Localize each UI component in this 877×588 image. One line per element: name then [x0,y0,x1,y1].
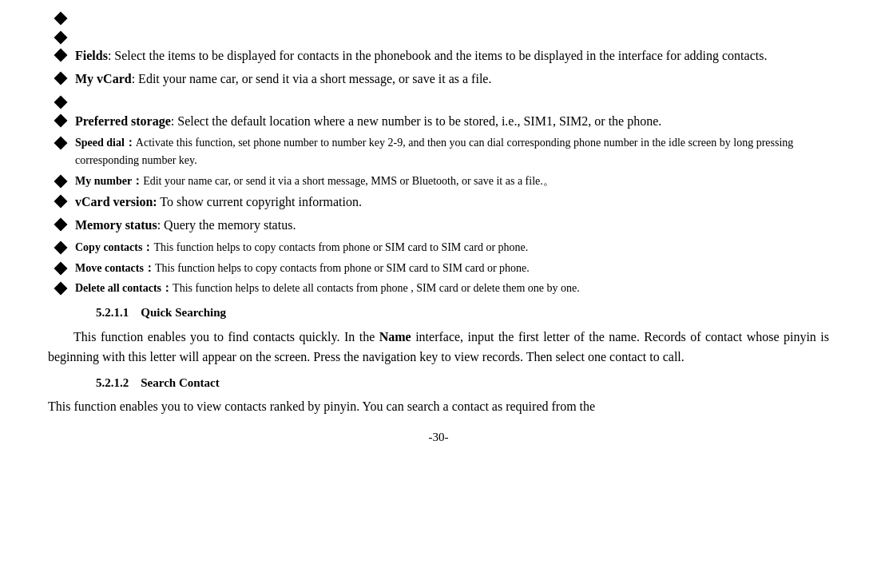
name-bold: Name [379,330,411,344]
bullet-empty-1 [48,8,829,24]
bullet-speeddial: Speed dial：Activate this function, set p… [48,134,829,169]
section-5212-title: Search Contact [141,376,219,389]
preferred-label: Preferred storage [75,114,171,128]
section-5212-number: 5.2.1.2 [96,376,129,389]
diamond-icon-memorystatus [54,218,68,232]
bullet-memorystatus: Memory status: Query the memory status. [48,216,829,236]
diamond-icon-vcardversion [54,195,68,209]
bullet-memorystatus-text: Memory status: Query the memory status. [75,216,829,236]
myvcard-label: My vCard [75,72,132,85]
copycontacts-text: This function helps to copy contacts fro… [153,241,528,253]
movecontacts-label: Move contacts： [75,262,155,274]
section-5211-number: 5.2.1.1 [96,306,129,319]
section-5212-paragraph: This function enables you to view contac… [48,396,829,417]
diamond-icon-fields [54,49,68,62]
bullet-myvcard: My vCard: Edit your name car, or send it… [48,70,829,89]
speeddial-text: Activate this function, set phone number… [75,137,793,166]
diamond-icon-speeddial [54,137,68,150]
bullet-copycontacts-text: Copy contacts：This function helps to cop… [75,239,829,256]
memorystatus-text: : Query the memory status. [157,218,296,232]
bullet-copycontacts: Copy contacts：This function helps to cop… [48,239,829,256]
diamond-icon-2 [54,30,68,44]
bullet-fields: Fields: Select the items to be displayed… [48,46,829,66]
mynumber-text: Edit your name car, or send it via a sho… [143,175,554,187]
fields-text: : Select the items to be displayed for c… [108,49,768,62]
diamond-icon-preferred [54,113,68,127]
memorystatus-label: Memory status [75,218,157,232]
bullet-movecontacts-text: Move contacts：This function helps to cop… [75,260,829,277]
bullet-empty-2 [48,27,829,43]
fields-label: Fields [75,49,108,62]
deleteall-label: Delete all contacts： [75,282,173,294]
diamond-icon-3 [54,96,68,109]
page-number: -30- [429,431,449,443]
diamond-icon-movecontacts [54,261,68,275]
diamond-icon-mynumber [54,174,68,188]
mynumber-label: My number： [75,175,143,187]
diamond-icon-myvcard [54,71,68,85]
vcardversion-label: vCard version: [75,195,157,209]
diamond-icon-copycontacts [54,241,68,255]
myvcard-text: : Edit your name car, or send it via a s… [132,72,492,85]
bullet-speeddial-text: Speed dial：Activate this function, set p… [75,134,829,169]
bullet-preferred-text: Preferred storage: Select the default lo… [75,112,829,132]
bullet-mynumber: My number：Edit your name car, or send it… [48,173,829,190]
bullet-movecontacts: Move contacts：This function helps to cop… [48,260,829,277]
bullet-vcardversion: vCard version: To show current copyright… [48,193,829,213]
bullet-vcardversion-text: vCard version: To show current copyright… [75,193,829,213]
preferred-text: : Select the default location where a ne… [171,114,662,128]
speeddial-label: Speed dial： [75,137,136,149]
deleteall-text: This function helps to delete all contac… [173,282,580,294]
section-5211-title: Quick Searching [141,306,226,319]
vcardversion-text: To show current copyright information. [157,195,362,209]
bullet-mynumber-text: My number：Edit your name car, or send it… [75,173,829,190]
section-5212-heading: 5.2.1.2 Search Contact [96,374,829,392]
bullet-deleteall: Delete all contacts：This function helps … [48,280,829,297]
bullet-preferred: Preferred storage: Select the default lo… [48,112,829,132]
diamond-icon-1 [54,11,68,25]
bullet-deleteall-text: Delete all contacts：This function helps … [75,280,829,297]
diamond-icon-deleteall [54,282,68,296]
copycontacts-label: Copy contacts： [75,241,153,253]
bullet-myvcard-text: My vCard: Edit your name car, or send it… [75,70,829,89]
bullet-fields-text: Fields: Select the items to be displayed… [75,46,829,66]
movecontacts-text: This function helps to copy contacts fro… [155,262,530,274]
page-footer: -30- [48,428,829,447]
section-5211-paragraph: This function enables you to find contac… [48,327,829,368]
bullet-empty-3 [48,93,829,109]
section-5211-heading: 5.2.1.1 Quick Searching [96,304,829,322]
